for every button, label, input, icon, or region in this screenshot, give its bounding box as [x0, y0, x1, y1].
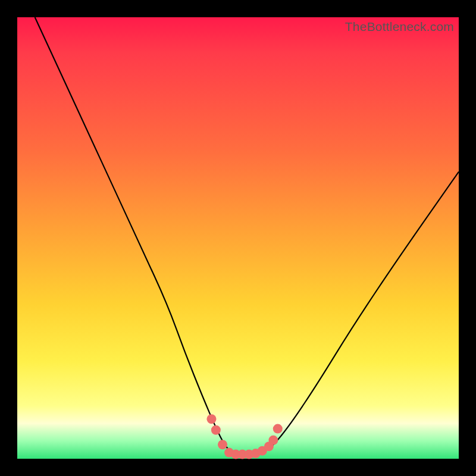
bottleneck-curve: [35, 17, 459, 455]
plot-area: TheBottleneck.com: [17, 17, 459, 459]
highlight-dot: [206, 414, 216, 424]
bottleneck-curve-svg: [17, 17, 459, 459]
highlight-dot: [268, 436, 278, 445]
highlight-dot: [211, 425, 221, 435]
highlight-dot: [273, 424, 283, 434]
highlight-dots: [206, 414, 282, 459]
highlight-dot: [218, 440, 227, 449]
chart-frame: TheBottleneck.com: [0, 0, 476, 476]
